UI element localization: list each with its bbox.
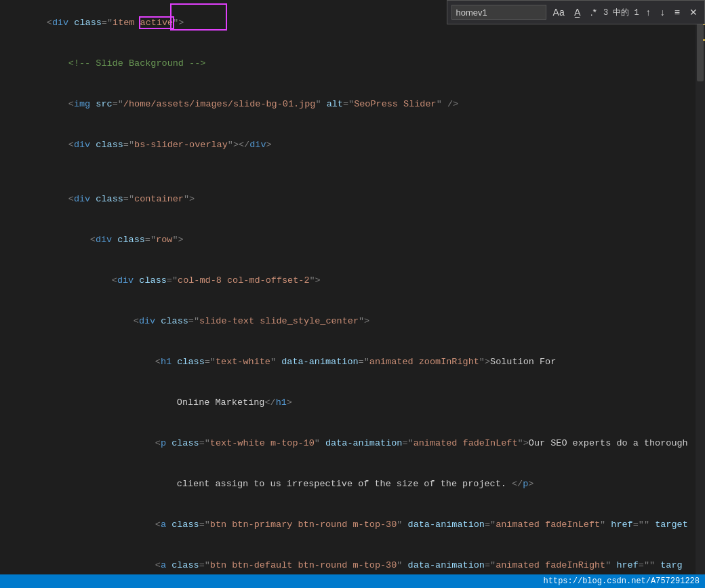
- code-line: <div class="col-md-8 col-md-offset-2">: [3, 260, 705, 301]
- vertical-scrollbar[interactable]: [696, 0, 705, 574]
- code-line: <div class="bs-slider-overlay"></div>: [3, 125, 705, 165]
- search-panel: Aa A̲ .* 3 中的 1 ↑ ↓ ≡ ✕: [447, 0, 705, 24]
- code-line: <div class="slide-text slide_style_cente…: [3, 301, 705, 342]
- status-url: https://blog.csdn.net/A757291228: [544, 576, 700, 586]
- code-line: <!-- Slide Background -->: [3, 43, 705, 84]
- code-line: <img src="/home/assets/images/slide-bg-0…: [3, 84, 705, 125]
- use-regex-button[interactable]: .*: [588, 5, 599, 19]
- search-input[interactable]: [451, 5, 546, 20]
- toggle-details-button[interactable]: ≡: [672, 5, 683, 19]
- code-line: <h1 class="text-white" data-animation="a…: [3, 342, 705, 383]
- code-line: <a class="btn btn-primary btn-round m-to…: [3, 505, 705, 545]
- code-line: Online Marketing</h1>: [3, 383, 705, 423]
- match-case-button[interactable]: Aa: [550, 5, 567, 19]
- code-line: client assign to us irrespective of the …: [3, 464, 705, 505]
- code-line: <p class="text-white m-top-10" data-anim…: [3, 423, 705, 464]
- close-search-button[interactable]: ✕: [687, 5, 700, 19]
- match-whole-word-button[interactable]: A̲: [571, 5, 584, 19]
- search-result-count: 3 中的 1: [603, 7, 639, 18]
- code-line: <a class="btn btn-default btn-round m-to…: [3, 545, 705, 574]
- prev-result-button[interactable]: ↑: [643, 5, 653, 19]
- code-editor: <div class="item active"> <!-- Slide Bac…: [0, 0, 705, 574]
- code-line: [3, 165, 705, 179]
- next-result-button[interactable]: ↓: [658, 5, 668, 19]
- status-bar: https://blog.csdn.net/A757291228: [0, 574, 705, 588]
- code-line: <div class="container">: [3, 179, 705, 220]
- code-line: <div class="row">: [3, 220, 705, 260]
